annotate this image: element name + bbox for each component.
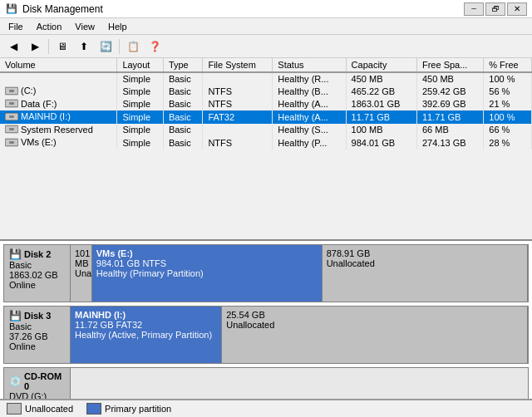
disk-2-part-unalloc2[interactable]: 878.91 GB Unallocated <box>323 245 528 302</box>
window-controls: ─ 🗗 ✕ <box>464 2 527 16</box>
cdrom-row: 💿 CD-ROM 0 DVD (G:) No Media <box>3 367 529 399</box>
disk-2-part-vms[interactable]: VMs (E:) 984.01 GB NTFS Healthy (Primary… <box>92 245 323 302</box>
app-icon: 💾 <box>5 2 18 16</box>
status-bar: Unallocated Primary partition <box>0 399 532 417</box>
disk-3-status: Online <box>9 341 65 351</box>
col-capacity[interactable]: Capacity <box>346 58 416 72</box>
disk-icon: 💾 <box>9 248 22 260</box>
col-pct[interactable]: % Free <box>484 58 532 72</box>
toolbar-forward[interactable]: ▶ <box>25 37 45 56</box>
disk-3-row: 💾 Disk 3 Basic 37.26 GB Online MAINHD (I… <box>3 306 529 364</box>
svg-rect-5 <box>9 102 14 105</box>
disk-2-part-unalloc1[interactable]: 101 MB Unallocated <box>71 245 92 302</box>
disk-2-name: Disk 2 <box>24 249 51 259</box>
minimize-button[interactable]: ─ <box>464 2 484 16</box>
window-title: Disk Management <box>22 3 103 15</box>
toolbar: ◀ ▶ 🖥 ⬆ 🔄 📋 ❓ <box>0 35 532 58</box>
table-row[interactable]: MAINHD (I:)SimpleBasicFAT32Healthy (A...… <box>0 110 532 124</box>
disk-3-size: 37.26 GB <box>9 331 65 341</box>
col-fs[interactable]: File System <box>203 58 273 72</box>
col-status[interactable]: Status <box>273 58 346 72</box>
toolbar-up[interactable]: ⬆ <box>74 37 94 56</box>
disk-3-info: 💾 Disk 3 Basic 37.26 GB Online <box>4 307 71 363</box>
menu-view[interactable]: View <box>70 20 100 33</box>
table-row[interactable]: VMs (E:)SimpleBasicNTFSHealthy (P...984.… <box>0 136 532 150</box>
toolbar-refresh[interactable]: 🔄 <box>96 37 116 56</box>
toolbar-separator-2 <box>119 39 120 54</box>
table-row[interactable]: SimpleBasicHealthy (R...450 MB450 MB100 … <box>0 72 532 85</box>
disk-2-info: 💾 Disk 2 Basic 1863.02 GB Online <box>4 245 71 302</box>
disk-3-type: Basic <box>9 321 65 331</box>
disk-2-size: 1863.02 GB <box>9 270 65 280</box>
lower-panel: 💾 Disk 2 Basic 1863.02 GB Online 101 MB … <box>0 241 532 399</box>
legend-unallocated: Unallocated <box>7 403 73 415</box>
svg-rect-14 <box>9 141 14 144</box>
menu-bar: File Action View Help <box>0 18 532 35</box>
legend-primary: Primary partition <box>86 403 171 415</box>
cdrom-name: CD-ROM 0 <box>24 371 65 391</box>
cdrom-partitions <box>71 368 528 399</box>
svg-rect-11 <box>9 128 14 130</box>
menu-action[interactable]: Action <box>32 20 67 33</box>
disk-2-partitions: 101 MB Unallocated VMs (E:) 984.01 GB NT… <box>71 245 528 302</box>
disk-table: Volume Layout Type File System Status Ca… <box>0 58 532 150</box>
toolbar-show-disk[interactable]: 📋 <box>123 37 143 56</box>
table-row[interactable]: Data (F:)SimpleBasicNTFSHealthy (A...186… <box>0 98 532 111</box>
legend-unalloc-label: Unallocated <box>25 404 73 414</box>
menu-file[interactable]: File <box>3 20 28 33</box>
toolbar-separator-1 <box>48 39 49 54</box>
close-button[interactable]: ✕ <box>507 2 527 16</box>
disk-2-row: 💾 Disk 2 Basic 1863.02 GB Online 101 MB … <box>3 244 529 302</box>
toolbar-back[interactable]: ◀ <box>3 37 23 56</box>
title-bar: 💾 Disk Management ─ 🗗 ✕ <box>0 0 532 18</box>
col-volume[interactable]: Volume <box>0 58 117 72</box>
cdrom-icon: 💿 <box>9 375 22 387</box>
legend-primary-box <box>86 403 101 415</box>
legend-primary-label: Primary partition <box>105 404 171 414</box>
col-type[interactable]: Type <box>163 58 203 72</box>
table-row[interactable]: System ReservedSimpleBasicHealthy (S...1… <box>0 124 532 137</box>
disk-3-name: Disk 3 <box>24 311 51 321</box>
disk3-icon: 💾 <box>9 310 22 321</box>
disk-3-partitions: MAINHD (I:) 11.72 GB FAT32 Healthy (Acti… <box>71 307 528 363</box>
table-row[interactable]: (C:)SimpleBasicNTFSHealthy (B...465.22 G… <box>0 85 532 98</box>
cdrom-info: 💿 CD-ROM 0 DVD (G:) No Media <box>4 368 71 399</box>
col-layout[interactable]: Layout <box>117 58 164 72</box>
toolbar-computer[interactable]: 🖥 <box>52 37 72 56</box>
restore-button[interactable]: 🗗 <box>485 2 505 16</box>
disk-table-panel: Volume Layout Type File System Status Ca… <box>0 58 532 241</box>
svg-rect-8 <box>9 115 14 118</box>
disk-2-status: Online <box>9 280 65 290</box>
cdrom-type: DVD (G:) <box>9 391 65 399</box>
disk-3-part-unalloc[interactable]: 25.54 GB Unallocated <box>222 307 528 363</box>
menu-help[interactable]: Help <box>103 20 132 33</box>
disk-2-type: Basic <box>9 260 65 270</box>
main-content: Volume Layout Type File System Status Ca… <box>0 58 532 399</box>
toolbar-help[interactable]: ❓ <box>145 37 165 56</box>
col-free[interactable]: Free Spa... <box>416 58 483 72</box>
legend-unalloc-box <box>7 403 22 415</box>
disk-3-part-mainhd[interactable]: MAINHD (I:) 11.72 GB FAT32 Healthy (Acti… <box>71 307 222 363</box>
svg-rect-2 <box>9 90 14 92</box>
